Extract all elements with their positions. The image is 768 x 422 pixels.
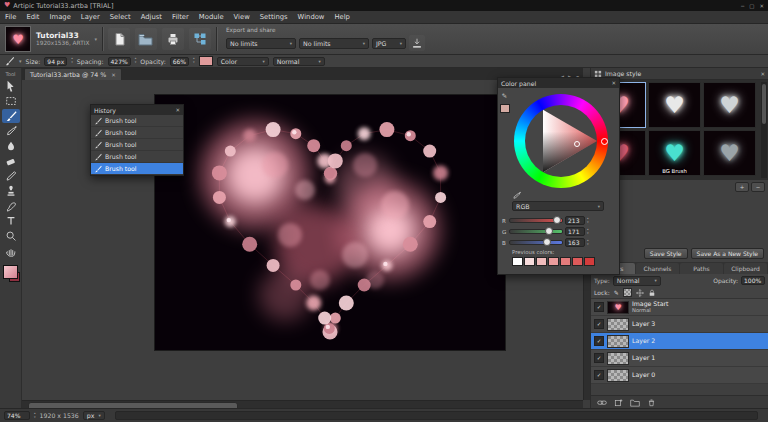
hue-marker[interactable] — [601, 138, 608, 145]
brush-tool-button[interactable] — [2, 109, 20, 123]
print-button[interactable] — [162, 28, 184, 50]
opacity-input[interactable]: 66% — [170, 57, 189, 66]
layer-visibility-checkbox[interactable]: ✓ — [594, 302, 604, 312]
green-slider-thumb[interactable] — [545, 227, 553, 235]
layer-visibility-checkbox[interactable]: ✓ — [594, 319, 604, 329]
minimize-button[interactable]: ─ — [741, 3, 744, 9]
menu-settings[interactable]: Settings — [255, 13, 293, 21]
unit-select[interactable]: px▾ — [83, 411, 105, 420]
layer-blend-select[interactable]: Normal▾ — [613, 276, 661, 286]
menu-help[interactable]: Help — [329, 13, 355, 21]
blue-value-input[interactable]: 163 — [565, 238, 585, 247]
history-item[interactable]: Brush tool — [91, 151, 183, 163]
menu-image[interactable]: Image — [45, 13, 76, 21]
save-style-button[interactable]: Save Style — [644, 248, 688, 259]
style-scrollbar[interactable] — [761, 82, 767, 178]
blend-mode-select[interactable]: Normal▾ — [273, 57, 325, 66]
eyedropper-tool-button[interactable] — [2, 124, 20, 138]
layer-thumbnail[interactable] — [607, 335, 629, 348]
save-as-new-style-button[interactable]: Save As a New Style — [691, 248, 764, 259]
tab-paths[interactable]: Paths — [680, 263, 723, 274]
zoom-tool-button[interactable] — [2, 229, 20, 243]
canvas-horizontal-scrollbar[interactable] — [22, 400, 583, 408]
spacing-stepper[interactable]: ▴▾ — [135, 57, 137, 64]
history-item[interactable]: Brush tool — [91, 115, 183, 127]
clone-stamp-tool-button[interactable] — [2, 184, 20, 198]
layer-row[interactable]: ✓ Layer 3 — [591, 316, 768, 333]
history-item-selected[interactable]: Brush tool — [91, 163, 183, 175]
canvas-artwork[interactable] — [155, 95, 505, 350]
layer-thumbnail[interactable]: ♥ — [607, 301, 629, 314]
color-panel-close-icon[interactable]: ✕ — [611, 80, 616, 86]
menu-file[interactable]: File — [0, 13, 21, 21]
export-save-button[interactable] — [409, 35, 425, 51]
layer-row-image-start[interactable]: ✓ ♥ Image Start Normal — [591, 299, 768, 316]
brush-preview-icon[interactable] — [4, 56, 15, 66]
history-item[interactable]: Brush tool — [91, 127, 183, 139]
style-thumb[interactable]: ♥ — [703, 130, 756, 176]
tab-channels[interactable]: Channels — [636, 263, 679, 274]
move-tool-button[interactable] — [2, 79, 20, 93]
fill-tool-button[interactable] — [2, 139, 20, 153]
green-slider[interactable] — [509, 229, 563, 234]
export-format-select[interactable]: JPG▾ — [372, 38, 406, 49]
previous-color-swatch[interactable] — [560, 257, 571, 266]
menu-edit[interactable]: Edit — [21, 13, 44, 21]
layer-thumbnail[interactable] — [607, 318, 629, 331]
style-scroll-thumb[interactable] — [762, 84, 766, 124]
style-thumb[interactable]: ♥ — [648, 82, 701, 128]
zoom-input[interactable]: 74% — [4, 411, 30, 420]
red-slider[interactable] — [509, 218, 563, 223]
previous-color-swatch[interactable] — [572, 257, 583, 266]
marquee-select-tool-button[interactable] — [2, 94, 20, 108]
saturation-marker[interactable] — [574, 141, 580, 147]
layer-opacity-input[interactable]: 100% — [741, 276, 765, 285]
eraser-tool-button[interactable] — [2, 154, 20, 168]
layer-visibility-checkbox[interactable]: ✓ — [594, 353, 604, 363]
red-slider-thumb[interactable] — [553, 216, 561, 224]
history-item[interactable]: Brush tool — [91, 139, 183, 151]
style-thumb[interactable]: ♥ — [703, 82, 756, 128]
document-thumbnail[interactable]: ♥ — [5, 26, 31, 52]
blue-slider[interactable] — [509, 240, 563, 245]
lock-position-icon[interactable] — [636, 289, 644, 297]
menu-select[interactable]: Select — [105, 13, 136, 21]
menu-layer[interactable]: Layer — [76, 13, 105, 21]
menu-view[interactable]: View — [229, 13, 255, 21]
red-value-input[interactable]: 213 — [565, 216, 585, 225]
lock-paint-icon[interactable]: ✎ — [614, 289, 619, 296]
tab-clipboard[interactable]: Clipboard — [724, 263, 767, 274]
export-limit-select-1[interactable]: No limits▾ — [226, 38, 296, 49]
spacing-input[interactable]: 427% — [108, 57, 131, 66]
close-button[interactable]: ✕ — [759, 3, 764, 9]
previous-color-swatch[interactable] — [548, 257, 559, 266]
green-stepper[interactable]: ▴▾ — [587, 228, 589, 235]
foreground-color-swatch[interactable] — [3, 265, 18, 279]
previous-color-swatch[interactable] — [524, 257, 535, 266]
add-style-button[interactable]: + — [735, 182, 749, 192]
size-input[interactable]: 94 px — [44, 57, 67, 66]
link-layers-icon[interactable] — [597, 398, 607, 407]
document-tab-close-icon[interactable]: ✕ — [111, 72, 116, 78]
zoom-stepper[interactable]: ▴▾ — [34, 412, 36, 419]
lock-transparency-icon[interactable] — [623, 288, 632, 297]
blue-slider-thumb[interactable] — [543, 238, 551, 246]
delete-layer-icon[interactable] — [647, 398, 656, 407]
open-file-button[interactable] — [135, 28, 157, 50]
previous-color-swatch[interactable] — [536, 257, 547, 266]
layer-row-selected[interactable]: ✓ Layer 2 — [591, 333, 768, 350]
layer-group-icon[interactable] — [630, 398, 640, 407]
color-panel-header[interactable]: Color panel ✕ — [498, 78, 619, 88]
previous-color-swatch[interactable] — [512, 257, 523, 266]
smudge-tool-button[interactable] — [2, 199, 20, 213]
layer-thumbnail[interactable] — [607, 369, 629, 382]
opacity-stepper[interactable]: ▴▾ — [193, 57, 195, 64]
new-layer-icon[interactable] — [614, 398, 623, 407]
brush-color-chip[interactable] — [199, 56, 213, 66]
color-mode-select[interactable]: RGB ▾ — [512, 201, 604, 211]
layer-row[interactable]: ✓ Layer 1 — [591, 350, 768, 367]
size-stepper[interactable]: ▴▾ — [71, 57, 73, 64]
color-mode-select[interactable]: Color▾ — [217, 57, 269, 66]
text-tool-button[interactable] — [2, 214, 20, 228]
layer-row[interactable]: ✓ Layer 0 — [591, 367, 768, 384]
